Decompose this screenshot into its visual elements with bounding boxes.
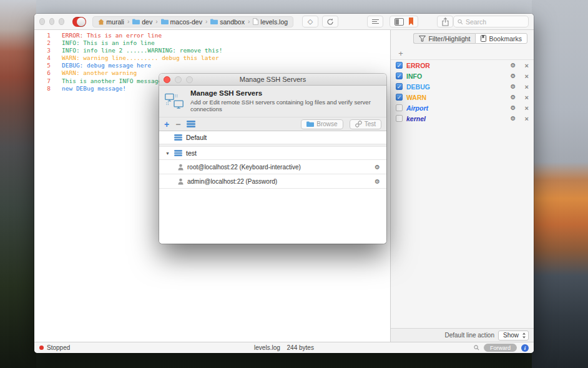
search-input[interactable] <box>466 18 524 26</box>
minimize-button[interactable] <box>49 18 55 25</box>
filter-delete-icon[interactable]: × <box>525 104 529 112</box>
file-name: levels.log <box>254 344 280 351</box>
funnel-icon <box>419 36 426 42</box>
sidebar-empty-space <box>391 124 534 328</box>
forward-button[interactable]: Forward <box>484 344 517 352</box>
select-chevrons-icon <box>522 332 526 339</box>
clear-button[interactable]: ◇ <box>302 16 318 27</box>
log-line[interactable]: 4WARN: warning line......... debug this … <box>34 54 390 62</box>
manage-ssh-servers-dialog: Manage SSH Servers Manage SSH Servers Ad… <box>159 74 386 244</box>
breadcrumb-item[interactable]: sandbox <box>210 18 245 26</box>
server-stack-icon <box>174 134 182 141</box>
filter-label[interactable]: ERROR <box>406 62 430 69</box>
test-button[interactable]: Test <box>350 119 381 129</box>
filter-settings-gear-icon[interactable]: ⚙ <box>511 72 516 79</box>
filter-checkbox[interactable]: ✓ <box>396 72 403 79</box>
log-line-text: ERROR: This is an error line <box>62 32 162 39</box>
log-line[interactable]: 1ERROR: This is an error line <box>34 32 390 39</box>
tab-bookmarks-label: Bookmarks <box>489 35 522 42</box>
disclosure-triangle-icon[interactable]: ▼ <box>165 151 170 156</box>
filter-add-row: + <box>391 46 534 60</box>
filter-checkbox[interactable]: ✓ <box>396 83 403 90</box>
reload-button[interactable] <box>322 16 338 27</box>
account-settings-gear-icon[interactable]: ⚙ <box>375 178 380 185</box>
default-line-action-label: Default line action <box>444 332 494 339</box>
tab-bookmarks[interactable]: Bookmarks <box>475 33 527 44</box>
server-account-row[interactable]: root@localhost:22 (Keyboard-interactive)… <box>159 160 386 174</box>
filter-row: kernel⚙× <box>391 113 534 124</box>
filter-checkbox[interactable]: ✓ <box>396 94 403 101</box>
line-number: 3 <box>34 47 51 54</box>
filter-settings-gear-icon[interactable]: ⚙ <box>511 104 516 111</box>
log-line[interactable]: 2INFO: This is an info line <box>34 39 390 47</box>
breadcrumb-item[interactable]: levels.log <box>253 18 288 26</box>
filter-delete-icon[interactable]: × <box>525 83 529 91</box>
filter-label[interactable]: WARN <box>406 94 426 101</box>
share-button[interactable] <box>437 16 453 27</box>
server-stack-icon[interactable] <box>187 121 195 127</box>
default-line-action-select[interactable]: Show <box>498 331 529 341</box>
lines-icon <box>371 19 380 24</box>
filter-row: ✓INFO⚙× <box>391 71 534 81</box>
filter-checkbox[interactable] <box>396 104 403 111</box>
zoom-button[interactable] <box>59 18 64 25</box>
server-stack-icon <box>174 150 182 156</box>
filter-settings-gear-icon[interactable]: ⚙ <box>511 62 516 69</box>
search-field[interactable] <box>453 16 529 27</box>
account-settings-gear-icon[interactable]: ⚙ <box>375 164 380 171</box>
dialog-title: Manage SSH Servers <box>159 76 386 83</box>
statusbar-search-icon[interactable] <box>474 345 479 351</box>
breadcrumb-item[interactable]: macos-dev <box>161 18 202 26</box>
wrap-lines-button[interactable] <box>367 16 383 27</box>
test-button-label: Test <box>365 121 376 127</box>
desktop-wallpaper-right-cliff <box>532 0 588 368</box>
filter-settings-gear-icon[interactable]: ⚙ <box>511 94 516 101</box>
refresh-icon <box>326 18 334 26</box>
filter-delete-icon[interactable]: × <box>525 62 529 69</box>
sidebar-bookmark-group[interactable] <box>390 16 418 27</box>
filter-row: ✓ERROR⚙× <box>391 60 534 71</box>
log-line-text: WARN: warning line......... debug this l… <box>62 54 219 62</box>
account-label: root@localhost:22 (Keyboard-interactive) <box>187 164 301 171</box>
line-number: 1 <box>34 32 51 39</box>
server-group-label: Default <box>186 134 207 141</box>
filter-delete-icon[interactable]: × <box>525 115 529 122</box>
log-line[interactable]: 3INFO: info line 2 ......WARNING: remove… <box>34 47 390 54</box>
browse-button-label: Browse <box>316 121 337 127</box>
tab-filter-highlight[interactable]: Filter/Highlight <box>413 33 475 44</box>
log-line-text: DEBUG: debug message here <box>62 62 151 69</box>
remove-server-button[interactable]: − <box>175 119 180 129</box>
dialog-toolbar: + − Browse Test <box>159 117 386 131</box>
close-button[interactable] <box>39 18 45 25</box>
filter-checkbox[interactable] <box>396 115 403 122</box>
breadcrumb-separator: › <box>205 18 207 25</box>
filter-delete-icon[interactable]: × <box>525 72 529 80</box>
dialog-header-text: Manage SSH Servers Add or Edit remote SS… <box>190 89 380 112</box>
browse-folder-icon <box>306 121 314 127</box>
server-group-row[interactable]: ▼test <box>159 147 386 160</box>
file-info: levels.log 244 bytes <box>34 344 534 351</box>
add-server-button[interactable]: + <box>164 119 169 129</box>
server-account-row[interactable]: admin@localhost:22 (Password)⚙ <box>159 174 386 189</box>
server-group-row[interactable]: ▼Default <box>159 131 386 144</box>
follow-toggle[interactable] <box>72 17 86 27</box>
status-indicator: Stopped <box>39 344 70 351</box>
log-line[interactable]: 5DEBUG: debug message here <box>34 62 390 69</box>
filter-row: ✓WARN⚙× <box>391 92 534 102</box>
add-filter-button[interactable]: + <box>396 49 406 58</box>
filter-settings-gear-icon[interactable]: ⚙ <box>511 83 516 90</box>
filter-label[interactable]: kernel <box>406 115 426 122</box>
filter-settings-gear-icon[interactable]: ⚙ <box>511 115 516 122</box>
filter-delete-icon[interactable]: × <box>525 94 529 101</box>
log-line-text: This is another INFO message! <box>62 77 165 85</box>
info-icon[interactable]: i <box>521 344 529 352</box>
breadcrumb[interactable]: murali›dev›macos-dev›sandbox›levels.log <box>92 16 293 27</box>
breadcrumb-item[interactable]: murali <box>98 18 124 26</box>
breadcrumb-item[interactable]: dev <box>132 18 152 26</box>
filter-label[interactable]: DEBUG <box>406 83 430 91</box>
folder-icon <box>210 19 218 24</box>
filter-checkbox[interactable]: ✓ <box>396 62 403 69</box>
filter-label[interactable]: Airport <box>406 104 428 112</box>
filter-label[interactable]: INFO <box>406 72 422 80</box>
browse-button[interactable]: Browse <box>301 119 343 129</box>
